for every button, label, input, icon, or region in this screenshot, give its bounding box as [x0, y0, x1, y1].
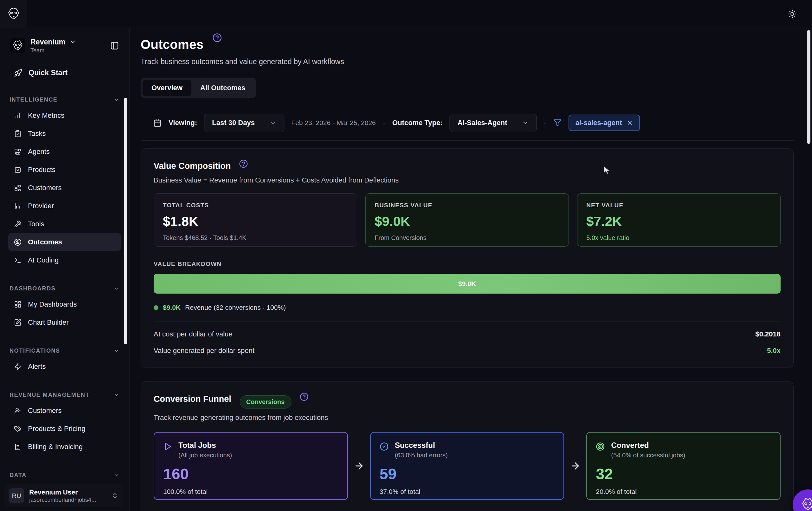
ratio-value: 5.0x	[767, 347, 781, 355]
tab-all-outcomes[interactable]: All Outcomes	[192, 80, 254, 96]
active-filter-chip[interactable]: ai-sales-agent	[569, 115, 640, 131]
team-switcher[interactable]: Revenium Team	[8, 34, 121, 57]
help-icon[interactable]	[239, 159, 248, 168]
sidebar-item-chart-builder[interactable]: Chart Builder	[8, 313, 121, 331]
sidebar-item-tasks[interactable]: Tasks	[8, 124, 121, 143]
sidebar-item-my-dashboards[interactable]: My Dashboards	[8, 295, 121, 313]
tag-icon	[14, 425, 22, 432]
sidebar-item-outcomes[interactable]: Outcomes	[8, 233, 121, 251]
date-range-text: Feb 23, 2026 - Mar 25, 2026	[291, 119, 376, 127]
chevron-down-icon	[113, 348, 120, 354]
ratio-value: $0.2018	[755, 330, 781, 338]
target-icon	[596, 442, 605, 452]
stage-total-jobs: Total Jobs (All job executions) 160 100.…	[154, 432, 348, 500]
shopping-bag-icon	[14, 166, 22, 174]
sidebar-item-key-metrics[interactable]: Key Metrics	[8, 106, 121, 124]
quick-start-label: Quick Start	[29, 68, 68, 77]
outcome-type-value: Ai-Sales-Agent	[458, 119, 507, 127]
legend-value: $9.0K	[163, 304, 181, 311]
stage-footer: 100.0% of total	[163, 488, 338, 495]
arrow-right-icon	[348, 460, 370, 471]
sidebar-item-billing-invoicing[interactable]: Billing & Invoicing	[8, 438, 121, 456]
chart-edit-icon	[14, 319, 22, 326]
dot-separator: ·	[383, 118, 385, 127]
sidebar-item-alerts[interactable]: Alerts	[8, 357, 121, 375]
user-name: Revenium User	[29, 488, 96, 496]
user-menu[interactable]: RU Revenium User jason.cumberland+jobs4.…	[4, 484, 123, 507]
sidebar-item-quick-start[interactable]: Quick Start	[8, 65, 121, 80]
sidebar-item-agents[interactable]: Agents	[8, 143, 121, 160]
item-label: Customers	[28, 184, 62, 192]
sidebar-item-tools[interactable]: Tools	[8, 215, 121, 233]
metric-label: BUSINESS VALUE	[375, 202, 560, 209]
item-label: Agents	[28, 148, 50, 156]
grid-user-icon	[14, 184, 22, 192]
section-header-notifications[interactable]: NOTIFICATIONS	[9, 346, 120, 356]
stage-footer: 20.0% of total	[596, 488, 771, 495]
chevrons-up-down-icon	[111, 492, 118, 499]
stage-value: 59	[380, 465, 555, 483]
sidebar-scrollbar[interactable]	[124, 98, 127, 344]
section-header-revenue-management[interactable]: REVENUE MANAGEMENT	[9, 390, 120, 399]
clipboard-check-icon	[14, 130, 22, 138]
divider	[154, 322, 781, 322]
avatar: RU	[9, 488, 24, 503]
section-header-dashboards[interactable]: DASHBOARDS	[9, 284, 120, 293]
calendar-icon	[153, 119, 162, 127]
legend-text: Revenue (32 conversions · 100%)	[185, 304, 286, 311]
chevron-down-icon	[113, 392, 120, 398]
item-label: Alerts	[28, 362, 46, 371]
item-label: Provider	[28, 202, 54, 210]
sidebar-item-ai-coding[interactable]: AI Coding	[8, 251, 121, 269]
theme-toggle-button[interactable]	[785, 7, 799, 21]
stage-value: 160	[163, 465, 338, 483]
section-header-intelligence[interactable]: INTELLIGENCE	[9, 95, 120, 104]
section-header-data[interactable]: DATA	[9, 470, 120, 480]
wrench-icon	[14, 220, 22, 228]
dot-separator: ·	[544, 118, 546, 127]
item-label: Customers	[28, 407, 62, 415]
conversion-funnel-subtitle: Track revenue-generating outcomes from j…	[154, 414, 781, 422]
layout-dashboard-icon	[14, 301, 22, 308]
section-title: NOTIFICATIONS	[9, 348, 60, 354]
metric-label: NET VALUE	[586, 202, 772, 209]
date-range-select[interactable]: Last 30 Days	[204, 114, 284, 132]
help-icon[interactable]	[300, 392, 309, 401]
main-scrollbar[interactable]	[807, 30, 810, 144]
sidebar-item-customers[interactable]: Customers	[8, 179, 121, 197]
chevron-down-icon	[113, 472, 120, 478]
close-icon[interactable]	[627, 120, 633, 126]
chevron-down-icon	[69, 38, 76, 46]
net-value-card: NET VALUE $7.2K 5.0x value ratio	[577, 193, 781, 247]
raccoon-logo-icon	[801, 498, 812, 511]
metric-value: $7.2K	[586, 214, 772, 229]
stage-subtitle: (63.0% had errors)	[395, 452, 448, 459]
sun-icon	[788, 9, 797, 19]
team-workspace-label: Team	[30, 47, 76, 54]
sidebar-item-products[interactable]: Products	[8, 160, 121, 179]
metric-value: $1.8K	[163, 214, 348, 229]
sidebar-section-intelligence: INTELLIGENCE Key Metrics Tasks Agents Pr…	[0, 95, 129, 269]
help-icon[interactable]	[212, 33, 222, 42]
sidebar-item-provider[interactable]: Provider	[8, 197, 121, 215]
team-name: Revenium	[30, 38, 65, 46]
outcome-type-select[interactable]: Ai-Sales-Agent	[450, 114, 536, 132]
item-label: Key Metrics	[28, 112, 64, 120]
metric-sub: 5.0x value ratio	[586, 234, 772, 242]
tab-overview[interactable]: Overview	[143, 80, 192, 96]
sidebar-item-products-pricing[interactable]: Products & Pricing	[8, 420, 121, 438]
stage-converted: Converted (54.0% of successful jobs) 32 …	[586, 432, 781, 500]
top-bar	[0, 0, 812, 28]
stage-subtitle: (54.0% of successful jobs)	[611, 452, 685, 459]
ratio-row-cost: AI cost per dollar of value $0.2018	[154, 330, 781, 338]
item-label: Tasks	[28, 129, 46, 138]
sidebar-item-rm-customers[interactable]: Customers	[8, 401, 121, 420]
sidebar-collapse-button[interactable]	[110, 41, 119, 50]
app-logo[interactable]	[0, 0, 27, 28]
zap-icon	[14, 363, 22, 370]
conversion-funnel-card: Conversion Funnel Conversions Track reve…	[141, 381, 793, 511]
users-icon	[14, 407, 22, 415]
metric-sub: From Conversions	[375, 234, 560, 242]
filter-funnel-icon[interactable]	[553, 119, 561, 127]
item-label: Products & Pricing	[28, 425, 85, 433]
